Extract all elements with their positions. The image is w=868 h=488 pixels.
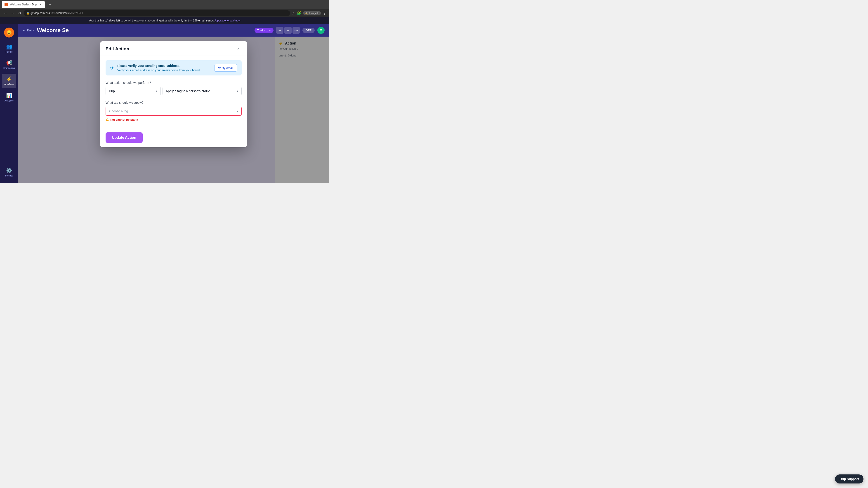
modal-header: Edit Action × <box>100 41 247 56</box>
sidebar-people-label: People <box>5 51 12 53</box>
incognito-icon: 🕵 <box>305 12 308 15</box>
address-bar[interactable]: 🔒 getdrip.com/7641396/workflows/51612156… <box>24 10 290 16</box>
browser-tab[interactable]: D Welcome Series · Drip ✕ <box>2 1 45 8</box>
header-actions: To-do: 1 ▾ ↩ ↪ ••• OFF M <box>254 27 324 34</box>
sidebar-item-workflows[interactable]: ⚡ Workflows <box>2 74 16 88</box>
people-icon: 👥 <box>6 44 12 50</box>
verify-email-button[interactable]: Verify email <box>214 64 237 72</box>
back-arrow-icon: ← <box>23 29 26 32</box>
verify-body: Verify your email address so your emails… <box>117 68 211 72</box>
redo-button[interactable]: ↪ <box>284 27 291 34</box>
sidebar-item-settings[interactable]: ⚙️ Settings <box>2 165 16 180</box>
new-tab-button[interactable]: + <box>47 1 53 8</box>
error-text: Tag cannot be blank <box>110 118 138 121</box>
puzzle-icon[interactable]: 🧩 <box>297 11 301 15</box>
lock-icon: 🔒 <box>26 12 30 15</box>
main-content: ← Back Welcome Se To-do: 1 ▾ ↩ ↪ ••• OFF… <box>18 24 329 183</box>
sidebar-settings-label: Settings <box>5 174 13 177</box>
edit-action-modal: Edit Action × ✈ Please verify your sendi… <box>100 41 247 147</box>
workflow-canvas: ⚡ Action he your action... urrent / 0 do… <box>18 37 329 183</box>
tag-field-section: What tag should we apply? Choose a tag ▾… <box>105 101 242 122</box>
tag-input-dropdown[interactable]: Choose a tag ▾ <box>105 107 242 116</box>
tag-dropdown-chevron-icon: ▾ <box>237 109 238 113</box>
modal-close-button[interactable]: × <box>235 46 242 52</box>
sidebar-item-people[interactable]: 👥 People <box>2 41 16 56</box>
nav-back-button[interactable]: ← <box>3 10 8 16</box>
tab-close-button[interactable]: ✕ <box>39 3 42 6</box>
undo-redo-group: ↩ ↪ ••• <box>276 27 300 34</box>
update-action-button[interactable]: Update Action <box>105 132 143 143</box>
sidebar-logo: 😊 <box>4 28 14 37</box>
undo-button[interactable]: ↩ <box>276 27 283 34</box>
tag-placeholder-text: Choose a tag <box>109 109 128 113</box>
nav-refresh-button[interactable]: ↻ <box>17 10 22 16</box>
workflows-icon: ⚡ <box>6 76 12 82</box>
provider-dropdown[interactable]: Drip ▾ <box>105 87 161 95</box>
star-icon[interactable]: ☆ <box>292 11 295 15</box>
back-button[interactable]: ← Back <box>23 29 34 32</box>
browser-addressbar: ← → ↻ 🔒 getdrip.com/7641396/workflows/51… <box>0 9 329 17</box>
verify-text-block: Please verify your sending email address… <box>117 64 211 72</box>
logo-icon: 😊 <box>6 30 12 35</box>
analytics-icon: 📊 <box>6 93 12 98</box>
nav-forward-button[interactable]: → <box>10 10 16 16</box>
toggle-off-label: OFF <box>306 29 311 32</box>
action-type-chevron-icon: ▾ <box>237 90 238 93</box>
tag-question-label: What tag should we apply? <box>105 101 242 104</box>
page-title: Welcome Se <box>37 27 69 33</box>
verify-heading: Please verify your sending email address… <box>117 64 211 68</box>
action-dropdowns-row: Drip ▾ Apply a tag to a person's profile… <box>105 87 242 95</box>
action-type-value: Apply a tag to a person's profile <box>166 89 210 93</box>
main-header: ← Back Welcome Se To-do: 1 ▾ ↩ ↪ ••• OFF… <box>18 24 329 37</box>
trial-banner: Your trial has 14 days left to go. All t… <box>0 17 329 24</box>
tab-favicon: D <box>4 3 8 6</box>
incognito-badge: 🕵 Incognito <box>303 11 321 15</box>
todo-badge[interactable]: To-do: 1 ▾ <box>254 28 274 33</box>
todo-chevron-icon: ▾ <box>269 29 271 32</box>
upgrade-link[interactable]: Upgrade to paid now <box>215 19 241 22</box>
modal-title: Edit Action <box>105 46 129 52</box>
provider-value: Drip <box>109 89 115 93</box>
action-question-label: What action should we perform? <box>105 81 242 85</box>
url-text: getdrip.com/7641396/workflows/516121561 <box>31 11 83 15</box>
workflow-toggle[interactable]: OFF <box>303 28 315 33</box>
sidebar: 😊 👥 People 📢 Campaigns ⚡ Workflows 📊 Ana… <box>0 24 18 183</box>
modal-footer: Update Action <box>100 128 247 147</box>
todo-label: To-do: 1 <box>257 29 268 32</box>
more-options-button[interactable]: ••• <box>292 27 300 34</box>
browser-more-button[interactable]: ⋮ <box>323 11 327 15</box>
browser-address-actions: ☆ 🧩 🕵 Incognito ⋮ <box>292 11 327 15</box>
sidebar-workflows-label: Workflows <box>4 83 14 86</box>
send-email-icon: ✈ <box>110 65 114 71</box>
verify-email-banner: ✈ Please verify your sending email addre… <box>105 60 242 75</box>
settings-icon: ⚙️ <box>6 168 12 173</box>
browser-titlebar: D Welcome Series · Drip ✕ + <box>0 0 329 9</box>
app-layout: 😊 👥 People 📢 Campaigns ⚡ Workflows 📊 Ana… <box>0 24 329 183</box>
tab-title: Welcome Series · Drip <box>10 3 37 6</box>
provider-dropdown-chevron-icon: ▾ <box>156 90 157 93</box>
sidebar-campaigns-label: Campaigns <box>3 67 15 69</box>
action-type-dropdown[interactable]: Apply a tag to a person's profile ▾ <box>162 87 242 95</box>
modal-overlay: Edit Action × ✈ Please verify your sendi… <box>18 37 329 183</box>
modal-body: ✈ Please verify your sending email addre… <box>100 56 247 128</box>
campaigns-icon: 📢 <box>6 60 12 66</box>
sidebar-analytics-label: Analytics <box>4 99 13 102</box>
sidebar-item-campaigns[interactable]: 📢 Campaigns <box>2 57 16 72</box>
warning-icon: ⚠ <box>105 118 108 122</box>
user-avatar[interactable]: M <box>317 27 324 34</box>
tag-error-message: ⚠ Tag cannot be blank <box>105 118 242 122</box>
sidebar-item-analytics[interactable]: 📊 Analytics <box>2 90 16 104</box>
